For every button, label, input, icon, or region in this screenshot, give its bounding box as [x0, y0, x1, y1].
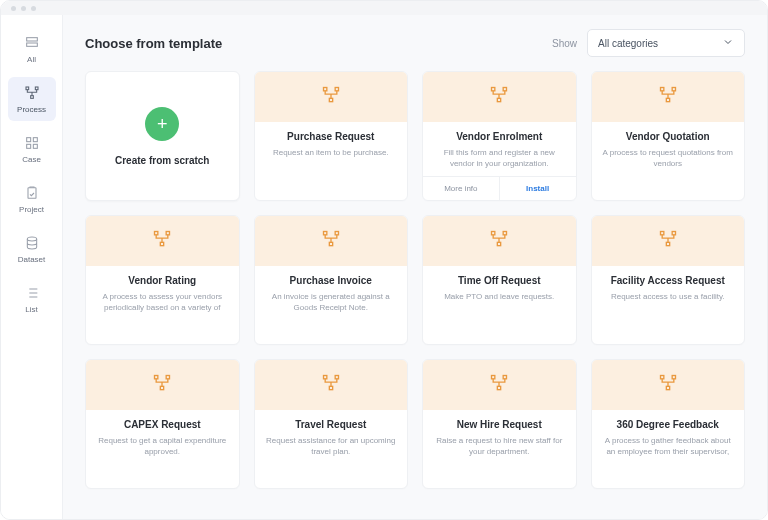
- template-card[interactable]: Vendor Rating A process to assess your v…: [85, 215, 240, 345]
- svg-rect-37: [329, 386, 332, 389]
- card-title: CAPEX Request: [124, 418, 201, 431]
- show-label: Show: [552, 38, 577, 49]
- card-title: Time Off Request: [458, 274, 541, 287]
- svg-rect-8: [33, 144, 37, 148]
- app-frame: All Process Case Project: [0, 0, 768, 520]
- card-actions: More info Install: [423, 176, 576, 200]
- card-desc: Fill this form and register a new vendor…: [433, 147, 566, 169]
- process-icon: [321, 373, 341, 397]
- sidebar-item-project[interactable]: Project: [8, 177, 56, 221]
- install-button[interactable]: Install: [499, 177, 576, 200]
- sidebar-item-label: Dataset: [18, 255, 46, 264]
- card-title: Purchase Request: [287, 130, 374, 143]
- window-titlebar: [1, 1, 767, 15]
- dropdown-value: All categories: [598, 38, 658, 49]
- template-card[interactable]: Time Off Request Make PTO and leave requ…: [422, 215, 577, 345]
- card-desc: A process to assess your vendors periodi…: [96, 291, 229, 313]
- chevron-down-icon: [722, 36, 734, 50]
- card-title: Facility Access Request: [611, 274, 725, 287]
- process-icon: [658, 229, 678, 253]
- list-icon: [24, 285, 40, 301]
- card-desc: Request assistance for an upcoming trave…: [265, 435, 398, 457]
- card-title: New Hire Request: [457, 418, 542, 431]
- svg-rect-43: [666, 386, 669, 389]
- card-head: [86, 216, 239, 266]
- svg-rect-17: [660, 88, 663, 91]
- svg-rect-29: [660, 232, 663, 235]
- process-icon: [24, 85, 40, 101]
- svg-rect-34: [161, 386, 164, 389]
- template-card[interactable]: New Hire Request Raise a request to hire…: [422, 359, 577, 489]
- clipboard-icon: [24, 185, 40, 201]
- card-title: Vendor Enrolment: [456, 130, 542, 143]
- category-dropdown[interactable]: All categories: [587, 29, 745, 57]
- card-content: 360 Degree Feedback A process to gather …: [592, 410, 745, 488]
- more-info-button[interactable]: More info: [423, 177, 499, 200]
- create-from-scratch-card[interactable]: + Create from scratch: [85, 71, 240, 201]
- app-body: All Process Case Project: [1, 15, 767, 519]
- card-desc: Make PTO and leave requests.: [444, 291, 554, 302]
- svg-rect-31: [666, 242, 669, 245]
- card-title: Vendor Rating: [128, 274, 196, 287]
- svg-rect-9: [28, 187, 36, 198]
- sidebar-item-label: Case: [22, 155, 41, 164]
- template-card[interactable]: Vendor Enrolment Fill this form and regi…: [422, 71, 577, 201]
- card-head: [592, 216, 745, 266]
- sidebar-item-label: List: [25, 305, 37, 314]
- svg-rect-27: [503, 232, 506, 235]
- template-card[interactable]: Purchase Invoice An invoice is generated…: [254, 215, 409, 345]
- svg-rect-5: [26, 137, 30, 141]
- svg-rect-19: [666, 98, 669, 101]
- template-card[interactable]: CAPEX Request Request to get a capital e…: [85, 359, 240, 489]
- sidebar-item-list[interactable]: List: [8, 277, 56, 321]
- sidebar-item-dataset[interactable]: Dataset: [8, 227, 56, 271]
- template-card[interactable]: Vendor Quotation A process to request qu…: [591, 71, 746, 201]
- card-content: Vendor Rating A process to assess your v…: [86, 266, 239, 344]
- sidebar-item-all[interactable]: All: [8, 27, 56, 71]
- card-desc: Request to get a capital expenditure app…: [96, 435, 229, 457]
- sidebar-item-label: All: [27, 55, 36, 64]
- svg-rect-39: [503, 376, 506, 379]
- template-card[interactable]: Travel Request Request assistance for an…: [254, 359, 409, 489]
- svg-rect-20: [155, 232, 158, 235]
- card-content: New Hire Request Raise a request to hire…: [423, 410, 576, 488]
- card-desc: Request an item to be purchase.: [273, 147, 389, 158]
- svg-rect-22: [161, 242, 164, 245]
- svg-rect-42: [672, 376, 675, 379]
- sidebar-item-label: Process: [17, 105, 46, 114]
- card-desc: An invoice is generated against a Goods …: [265, 291, 398, 313]
- card-title: Travel Request: [295, 418, 366, 431]
- svg-rect-15: [503, 88, 506, 91]
- template-card[interactable]: Purchase Request Request an item to be p…: [254, 71, 409, 201]
- template-card[interactable]: Facility Access Request Request access t…: [591, 215, 746, 345]
- svg-rect-23: [323, 232, 326, 235]
- card-content: Time Off Request Make PTO and leave requ…: [423, 266, 576, 344]
- svg-rect-7: [26, 144, 30, 148]
- template-card[interactable]: 360 Degree Feedback A process to gather …: [591, 359, 746, 489]
- svg-rect-30: [672, 232, 675, 235]
- window-dot: [21, 6, 26, 11]
- svg-rect-36: [335, 376, 338, 379]
- process-icon: [658, 85, 678, 109]
- svg-rect-13: [329, 98, 332, 101]
- process-icon: [658, 373, 678, 397]
- svg-rect-41: [660, 376, 663, 379]
- sidebar-item-case[interactable]: Case: [8, 127, 56, 171]
- card-desc: Request access to use a facility.: [611, 291, 725, 302]
- template-grid: + Create from scratch Purchase Request R…: [85, 71, 745, 489]
- grid-stack-icon: [24, 35, 40, 51]
- card-head: [423, 72, 576, 122]
- plus-icon: +: [145, 107, 179, 141]
- card-head: [423, 360, 576, 410]
- card-content: CAPEX Request Request to get a capital e…: [86, 410, 239, 488]
- svg-rect-14: [492, 88, 495, 91]
- svg-rect-32: [155, 376, 158, 379]
- card-head: [255, 72, 408, 122]
- svg-rect-4: [30, 95, 33, 98]
- card-head: [255, 360, 408, 410]
- svg-rect-38: [492, 376, 495, 379]
- page-title: Choose from template: [85, 36, 222, 51]
- card-title: 360 Degree Feedback: [617, 418, 719, 431]
- svg-rect-12: [335, 88, 338, 91]
- sidebar-item-process[interactable]: Process: [8, 77, 56, 121]
